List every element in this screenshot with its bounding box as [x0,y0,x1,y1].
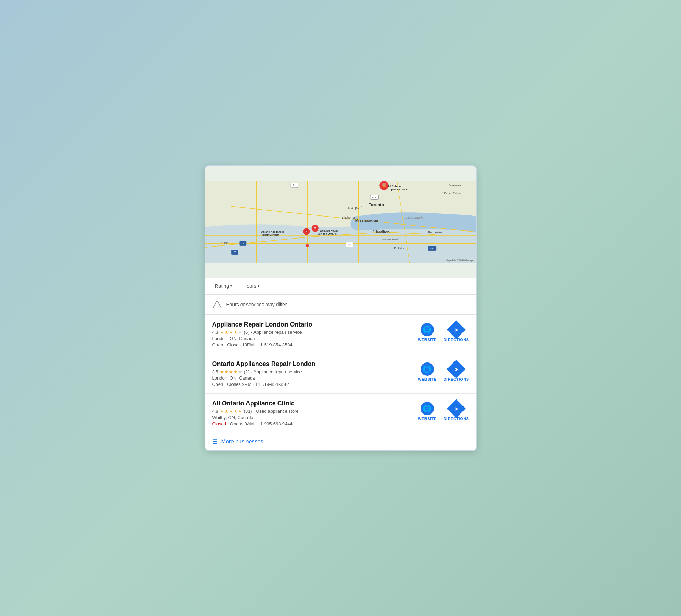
listing-item[interactable]: Ontario Appliances Repair London 3.5 ★★★… [205,354,476,394]
directions-btn[interactable]: ➤ DIRECTIONS [444,323,469,342]
listing-hours: Open · Closes 10PM · +1 519-854-3584 [212,342,418,347]
directions-icon: ➤ [447,360,466,379]
separator: · [251,369,252,374]
listing-item[interactable]: All Ontario Appliance Clinic 4.8 ★★★★★ (… [205,394,476,433]
svg-text:°Belleville: °Belleville [449,184,461,187]
svg-text:Lake Ontario: Lake Ontario [405,215,423,219]
listing-location: Whitby, ON, Canada [212,415,418,420]
rating-value: 3.5 [212,369,219,374]
separator: · [251,330,252,335]
svg-text:Rochester: Rochester [428,230,442,234]
svg-text:Kitchener: Kitchener [342,216,355,219]
svg-text:21: 21 [293,184,296,187]
directions-icon: ➤ [447,320,466,339]
svg-text:390: 390 [430,247,434,250]
svg-text:°Hamilton: °Hamilton [373,230,390,234]
hours-info: · Opens 9AM · +1 905-668-9444 [226,421,293,426]
listing-location: London, ON, Canada [212,336,418,341]
listing-meta: 4.3 ★★★★★ (6) · Appliance repair service [212,330,418,335]
svg-text:404: 404 [372,196,376,199]
list-icon: ☰ [212,438,218,446]
stars: ★★★★★ [220,409,243,414]
svg-text:Ontario Appliances: Ontario Appliances [261,230,284,233]
rating-filter[interactable]: Rating ▾ [212,282,235,290]
svg-text:All Ontario: All Ontario [387,185,401,188]
svg-text:Appliance Clinic: Appliance Clinic [387,188,407,191]
warning-icon: ! [212,300,222,309]
svg-text:Appliance Repair: Appliance Repair [318,229,339,232]
hours-label: Hours [243,283,256,289]
website-label: WEBSITE [418,417,437,421]
svg-text:69: 69 [242,242,244,245]
warning-text: Hours or services may differ [226,302,287,307]
website-icon: 🌐 [421,362,434,376]
listing-info: All Ontario Appliance Clinic 4.8 ★★★★★ (… [212,400,418,426]
filters-row: Rating ▾ Hours ▾ [205,278,476,295]
website-icon: 🌐 [421,402,434,415]
svg-text:London Ontario: London Ontario [318,232,337,235]
listing-name: Appliance Repair London Ontario [212,321,418,328]
business-type: Appliance repair service [253,330,302,335]
listings-container: Appliance Repair London Ontario 4.3 ★★★★… [205,315,476,433]
listing-location: London, ON, Canada [212,375,418,381]
hours-chevron-icon: ▾ [258,284,259,288]
svg-text:75: 75 [233,251,236,254]
svg-text:Repair London: Repair London [261,233,279,236]
listing-info: Appliance Repair London Ontario 4.3 ★★★★… [212,321,418,347]
listing-hours: Closed · Opens 9AM · +1 905-668-9444 [212,421,418,426]
svg-text:Mississauga: Mississauga [355,218,378,222]
website-label: WEBSITE [418,377,437,381]
warning-banner: ! Hours or services may differ [205,295,476,315]
svg-point-53 [306,244,309,247]
more-businesses-label: More businesses [221,439,264,445]
listing-name: Ontario Appliances Repair London [212,360,418,368]
listing-item[interactable]: Appliance Repair London Ontario 4.3 ★★★★… [205,315,476,354]
website-icon: 🌐 [421,323,434,336]
listing-name: All Ontario Appliance Clinic [212,400,418,407]
separator: · [253,409,255,414]
website-btn[interactable]: 🌐 WEBSITE [418,362,437,381]
svg-text:°Buffalo: °Buffalo [393,247,404,250]
svg-text:🔒: 🔒 [382,183,386,187]
svg-text:!: ! [216,303,218,308]
svg-text:° Prince Edward: ° Prince Edward [442,191,462,195]
listing-actions: 🌐 WEBSITE ➤ DIRECTIONS [418,400,469,421]
listing-meta: 3.5 ★★★★★ (2) · Appliance repair service [212,369,418,374]
map-container[interactable]: 21 404 69 75 390 24 °Belleville ° Prince… [205,166,476,278]
results-card: 21 404 69 75 390 24 °Belleville ° Prince… [205,165,477,451]
business-type: Used appliance store [256,409,298,414]
svg-text:Brampton°: Brampton° [348,206,362,210]
status-open: Open · Closes 10PM · +1 519-854-3584 [212,342,293,347]
directions-btn[interactable]: ➤ DIRECTIONS [444,402,469,421]
website-btn[interactable]: 🌐 WEBSITE [418,323,437,342]
rating-chevron-icon: ▾ [230,284,232,288]
listing-info: Ontario Appliances Repair London 3.5 ★★★… [212,360,418,387]
svg-text:24: 24 [348,243,350,246]
svg-text:Niagara Falls°: Niagara Falls° [382,237,399,241]
stars: ★★★★★ [220,369,243,374]
website-btn[interactable]: 🌐 WEBSITE [418,402,437,421]
listing-meta: 4.8 ★★★★★ (31) · Used appliance store [212,409,418,414]
status-closed: Closed [212,421,226,426]
svg-text:Toronto: Toronto [369,202,384,206]
svg-point-48 [314,227,316,228]
rating-count: (6) [244,330,250,335]
svg-point-52 [306,230,306,231]
listing-hours: Open · Closes 9PM · +1 519-854-3584 [212,382,418,387]
listing-actions: 🌐 WEBSITE ➤ DIRECTIONS [418,321,469,342]
hours-filter[interactable]: Hours ▾ [240,282,262,290]
svg-text:°Flint: °Flint [220,241,228,245]
rating-value: 4.8 [212,409,219,414]
status-open: Open · Closes 9PM · +1 519-854-3584 [212,382,290,387]
rating-count: (31) [244,409,252,414]
rating-count: (2) [244,369,250,374]
rating-value: 4.3 [212,330,219,335]
listing-actions: 🌐 WEBSITE ➤ DIRECTIONS [418,360,469,381]
directions-icon: ➤ [447,399,466,418]
rating-label: Rating [215,283,229,289]
stars: ★★★★★ [220,330,243,335]
directions-btn[interactable]: ➤ DIRECTIONS [444,362,469,381]
more-businesses-btn[interactable]: ☰ More businesses [205,433,476,450]
svg-text:Map data ©2020 Google: Map data ©2020 Google [445,258,473,262]
website-label: WEBSITE [418,338,437,342]
